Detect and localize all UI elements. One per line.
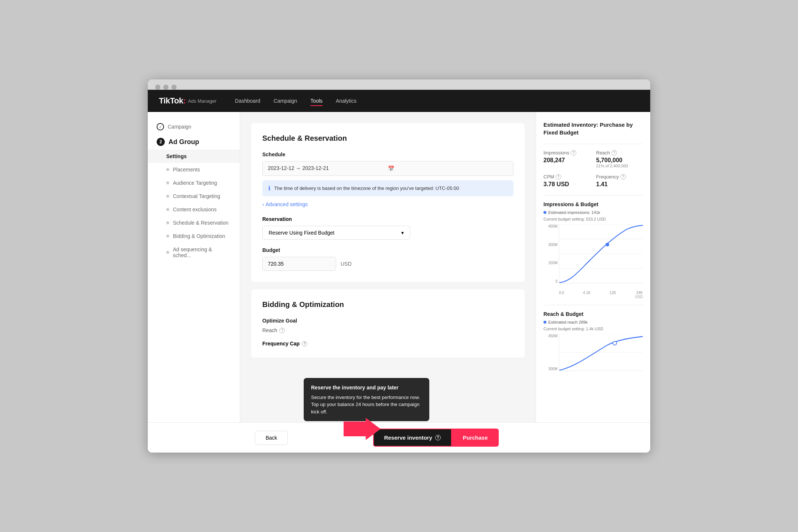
chart2-svg [559,334,643,371]
chart1 [559,224,643,283]
logo-colon: : [183,96,186,105]
sidebar-item-adseq[interactable]: Ad sequencing & sched... [148,243,240,262]
tooltip-popup: Reserve the inventory and pay later Secu… [304,378,429,422]
nav-item-dashboard[interactable]: Dashboard [235,98,260,104]
bidding-title: Bidding & Optimization [262,300,514,309]
sidebar-item-adgroup[interactable]: 2 Ad Group [148,134,240,150]
sidebar-item-label: Placements [173,167,200,173]
metric-impressions: Impressions ? 208,247 [543,150,590,168]
impressions-budget-title: Impressions & Budget [543,201,643,207]
app-body: ✓ Campaign 2 Ad Group Settings Placement… [148,112,650,422]
reach-label: Reach [596,150,610,156]
impressions-help-icon[interactable]: ? [571,150,576,156]
tooltip-body: Secure the inventory for the best perfor… [311,394,422,416]
chart1-svg [559,224,643,283]
sidebar-item-content-exclusions[interactable]: Content exclusions [148,203,240,216]
svg-marker-8 [344,418,381,440]
impressions-legend-text: Estimated impressions: 141k [548,210,600,215]
impressions-budget-sub: Current budget setting: 533.2 USD [543,217,643,221]
bullet-icon [166,235,169,238]
metric-cpm: CPM ? 3.78 USD [543,174,590,188]
reach-sub: 21% of 2,400,000 [596,164,643,168]
reach-help-icon[interactable]: ? [611,150,617,156]
nav-item-analytics[interactable]: Analytics [336,98,357,104]
right-panel: Estimated Inventory: Purchase by Fixed B… [536,112,650,422]
help-icon[interactable]: ? [279,328,285,333]
arrow-indicator [344,418,381,441]
chart1-wrapper: 450M 300M 150M 0 [543,224,643,299]
reach-value: 5,700,000 [596,157,643,164]
nav-item-tools[interactable]: Tools [310,98,323,104]
reach-budget-title: Reach & Budget [543,311,643,317]
chart2-wrapper: 450M 300M [543,334,643,371]
reservation-select[interactable]: Reserve Using Fixed Budget ▾ [262,226,410,240]
frequency-label: Frequency [596,174,619,180]
sidebar-item-label: Settings [166,153,187,159]
legend-dot [543,211,546,214]
chart2 [559,334,643,371]
bullet-icon [166,221,169,224]
legend-dot [543,321,546,324]
traffic-light-red[interactable] [155,85,160,90]
logo: TikTok: Ads Manager [159,96,216,106]
date-range-input[interactable]: 2023-12-12 ～ 2023-12-21 📅 [262,161,514,176]
sidebar-item-label: Bidding & Optimization [173,233,225,239]
bullet-icon [166,251,169,254]
schedule-label: Schedule [262,151,514,157]
advanced-settings-link[interactable]: › Advanced settings [262,201,514,207]
check-icon: ✓ [157,123,164,130]
optimize-goal-value: Reach ? [262,327,514,333]
reservation-option-label: Reserve Using Fixed Budget [269,230,334,236]
adgroup-badge: 2 [157,138,165,146]
metric-frequency: Frequency ? 1.41 [596,174,643,188]
info-icon: ℹ [268,185,270,192]
cpm-value: 3.78 USD [543,181,590,188]
chevron-down-icon: ▾ [401,230,404,236]
bullet-icon [166,168,169,171]
bidding-card: Bidding & Optimization Optimize Goal Rea… [251,289,525,358]
bullet-icon [166,181,169,184]
logo-text: TikTok: [159,96,186,106]
top-nav: TikTok: Ads Manager Dashboard Campaign T… [148,90,650,112]
nav-item-campaign[interactable]: Campaign [274,98,297,104]
traffic-light-yellow[interactable] [163,85,168,90]
browser-window: TikTok: Ads Manager Dashboard Campaign T… [148,79,650,453]
back-button[interactable]: Back [255,431,288,445]
budget-input[interactable] [262,257,336,271]
timezone-text: The time of delivery is based on the tim… [274,185,459,191]
impressions-label: Impressions [543,150,569,156]
sidebar-item-bidding[interactable]: Bidding & Optimization [148,229,240,243]
purchase-button[interactable]: Purchase [452,429,499,447]
sidebar-item-label: Audience Targeting [173,180,217,186]
sidebar-item-label: Content exclusions [173,207,216,212]
frequency-help-icon[interactable]: ? [620,174,626,180]
cpm-help-icon[interactable]: ? [556,174,561,180]
calendar-icon: 📅 [388,166,508,171]
svg-point-7 [613,341,617,345]
bullet-icon [166,195,169,198]
reserve-label: Reserve inventory [384,434,432,441]
sidebar-item-label: Ad sequencing & sched... [173,246,231,258]
budget-label: Budget [262,247,514,253]
sidebar-item-campaign[interactable]: ✓ Campaign [148,119,240,134]
action-buttons: Reserve inventory ? Purchase [373,429,499,447]
sidebar-item-contextual[interactable]: Contextual Targeting [148,190,240,203]
sidebar-item-label: Ad Group [168,138,199,146]
main-content: Schedule & Reservation Schedule 2023-12-… [240,112,536,422]
sidebar: ✓ Campaign 2 Ad Group Settings Placement… [148,112,240,422]
sidebar-item-placements[interactable]: Placements [148,163,240,176]
sidebar-item-settings[interactable]: Settings [148,150,240,163]
chart2-y-labels: 450M 300M [543,334,557,371]
reserve-help-icon[interactable]: ? [435,435,441,440]
schedule-reservation-card: Schedule & Reservation Schedule 2023-12-… [251,123,525,282]
cpm-label: CPM [543,174,554,180]
traffic-light-green[interactable] [171,85,177,90]
sidebar-item-audience[interactable]: Audience Targeting [148,176,240,190]
panel-title: Estimated Inventory: Purchase by Fixed B… [543,121,643,136]
reserve-inventory-button[interactable]: Reserve inventory ? [373,429,452,447]
help-icon[interactable]: ? [302,341,307,347]
sidebar-item-schedule[interactable]: Schedule & Reservation [148,216,240,229]
budget-row: USD [262,257,514,271]
sidebar-item-label: Campaign [168,124,191,130]
schedule-title: Schedule & Reservation [262,134,514,143]
